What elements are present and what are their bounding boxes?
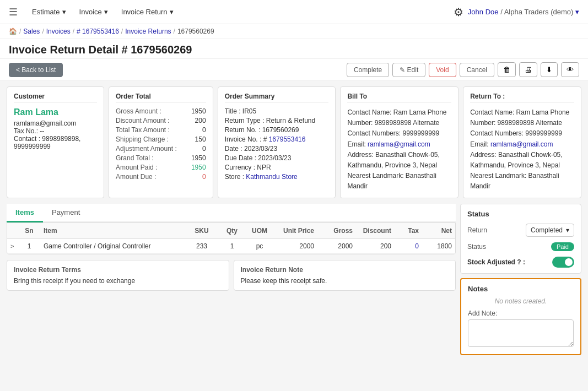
summary-invoice-no: Invoice No. : # 1679553416 (225, 135, 329, 143)
return-status-label: Return (467, 226, 487, 234)
cell-item: Game Controller / Original Controller (40, 238, 185, 253)
row-expand-btn[interactable]: > (10, 243, 14, 249)
order-row-due: Amount Due : 0 (116, 173, 206, 181)
main-bottom: Items Payment Sn Item SKU Qty UOM Unit (7, 204, 581, 355)
status-heading: Status (467, 210, 574, 218)
view-button[interactable]: 👁 (561, 62, 579, 77)
notes-card: Notes No notes created. Add Note: (460, 278, 581, 355)
download-button[interactable]: ⬇ (541, 62, 558, 77)
cell-qty: 1 (218, 238, 246, 253)
col-sn: Sn (18, 223, 40, 239)
stock-label: Stock Adjusted ? : (467, 258, 525, 266)
tabs: Items Payment (7, 204, 456, 222)
col-sku: SKU (185, 223, 218, 239)
print-button[interactable]: 🖨 (519, 62, 537, 77)
nav-estimate-arrow: ▾ (62, 8, 66, 16)
note-textarea[interactable] (468, 319, 574, 347)
paid-status-row: Status Paid (467, 242, 574, 251)
col-item: Item (40, 223, 185, 239)
cell-net: 1800 (422, 238, 455, 253)
home-icon[interactable]: 🏠 (9, 28, 17, 35)
items-table-card: Sn Item SKU Qty UOM Unit Price Gross Dis… (7, 222, 456, 254)
void-button[interactable]: Void (429, 63, 456, 77)
bill-to-card: Bill To Contact Name: Ram Lama Phone Num… (340, 86, 458, 198)
summary-title: Title : IR05 (225, 107, 329, 115)
page-header: Invoice Return Detail # 1679560269 (0, 39, 588, 59)
top-navigation: ☰ Estimate ▾ Invoice ▾ Invoice Return ▾ … (0, 0, 588, 24)
terms-heading: Invoice Return Terms (14, 266, 222, 274)
customer-tax: Tax No.: -- (14, 127, 97, 135)
edit-button[interactable]: ✎ Edit (392, 63, 425, 77)
cell-tax: 0 (395, 238, 422, 253)
right-panel: Status Return Completed ▾ Status Paid St… (460, 204, 581, 355)
col-uom: UOM (246, 223, 273, 239)
add-note-label: Add Note: (468, 309, 574, 317)
nav-invoice-return-arrow: ▾ (170, 8, 174, 16)
stock-row: Stock Adjusted ? : (467, 257, 574, 268)
breadcrumb-current: 1679560269 (177, 28, 214, 35)
return-status-row: Return Completed ▾ (467, 224, 574, 237)
terms-row: Invoice Return Terms Bring this receipt … (7, 260, 456, 291)
summary-due-date: Due Date : 2023/03/23 (225, 154, 329, 162)
note-card: Invoice Return Note Please keep this rec… (234, 260, 456, 291)
summary-return-no: Return No. : 1679560269 (225, 126, 329, 134)
order-row-grand: Grand Total : 1950 (116, 154, 206, 162)
note-heading: Invoice Return Note (241, 266, 449, 274)
info-row: Customer Ram Lama ramlama@gmail.com Tax … (7, 86, 581, 198)
cell-discount: 200 (356, 238, 395, 253)
customer-name: Ram Lama (14, 107, 97, 117)
col-qty: Qty (218, 223, 246, 239)
return-status-select[interactable]: Completed ▾ (526, 224, 574, 237)
menu-icon[interactable]: ☰ (9, 6, 18, 18)
table-header-row: Sn Item SKU Qty UOM Unit Price Gross Dis… (7, 223, 455, 239)
cell-unit-price: 2000 (273, 238, 317, 253)
nav-estimate-label: Estimate (32, 8, 60, 16)
breadcrumb-invoice-number[interactable]: # 1679553416 (77, 28, 119, 35)
order-row-gross: Gross Amount : 1950 (116, 107, 206, 115)
nav-item-estimate[interactable]: Estimate ▾ (26, 0, 72, 24)
col-gross: Gross (317, 223, 356, 239)
return-to-heading: Return To : (470, 93, 574, 103)
delete-button[interactable]: 🗑 (498, 62, 516, 77)
complete-button[interactable]: Complete (347, 63, 389, 77)
stock-toggle[interactable] (552, 257, 574, 268)
summary-store: Store : Kathmandu Store (225, 173, 329, 181)
nav-invoice-arrow: ▾ (104, 8, 108, 16)
customer-email: ramlama@gmail.com (14, 120, 97, 127)
col-net: Net (422, 223, 455, 239)
paid-badge: Paid (551, 242, 574, 251)
order-total-heading: Order Total (116, 93, 206, 103)
nav-item-invoice[interactable]: Invoice ▾ (74, 0, 114, 24)
bill-to-heading: Bill To (347, 93, 451, 103)
breadcrumb-invoices[interactable]: Invoices (46, 28, 71, 35)
items-table: Sn Item SKU Qty UOM Unit Price Gross Dis… (7, 223, 455, 254)
back-button[interactable]: < Back to List (9, 63, 63, 77)
nav-item-invoice-return[interactable]: Invoice Return ▾ (116, 0, 179, 24)
breadcrumb-invoice-returns[interactable]: Invoice Returns (125, 28, 171, 35)
order-row-shipping: Shipping Charge : 150 (116, 135, 206, 143)
summary-date: Date : 2023/03/23 (225, 145, 329, 153)
terms-card: Invoice Return Terms Bring this receipt … (7, 260, 229, 291)
order-row-paid: Amount Paid : 1950 (116, 164, 206, 171)
col-unit-price: Unit Price (273, 223, 317, 239)
col-tax: Tax (395, 223, 422, 239)
breadcrumb: 🏠 / Sales / Invoices / # 1679553416 / In… (0, 24, 588, 39)
cell-uom: pc (246, 238, 273, 253)
col-discount: Discount (356, 223, 395, 239)
notes-heading: Notes (468, 285, 574, 293)
breadcrumb-sales[interactable]: Sales (23, 28, 40, 35)
customer-card: Customer Ram Lama ramlama@gmail.com Tax … (7, 86, 104, 198)
summary-return-type: Return Type : Return & Refund (225, 117, 329, 124)
table-row: > 1 Game Controller / Original Controlle… (7, 238, 455, 253)
nav-invoice-label: Invoice (79, 8, 102, 16)
github-icon: ⚙ (454, 6, 463, 19)
customer-contact: Contact : 9898989898, 9999999999 (14, 135, 97, 150)
cancel-button[interactable]: Cancel (460, 63, 494, 77)
tab-payment[interactable]: Payment (43, 204, 89, 222)
user-name[interactable]: John Doe / Alpha Traders (demo) ▾ (468, 8, 579, 16)
return-to-card: Return To : Contact Name: Ram Lama Phone… (463, 86, 581, 198)
customer-heading: Customer (14, 93, 97, 103)
paid-status-label: Status (467, 243, 486, 251)
cell-gross: 2000 (317, 238, 356, 253)
tab-items[interactable]: Items (7, 204, 43, 222)
